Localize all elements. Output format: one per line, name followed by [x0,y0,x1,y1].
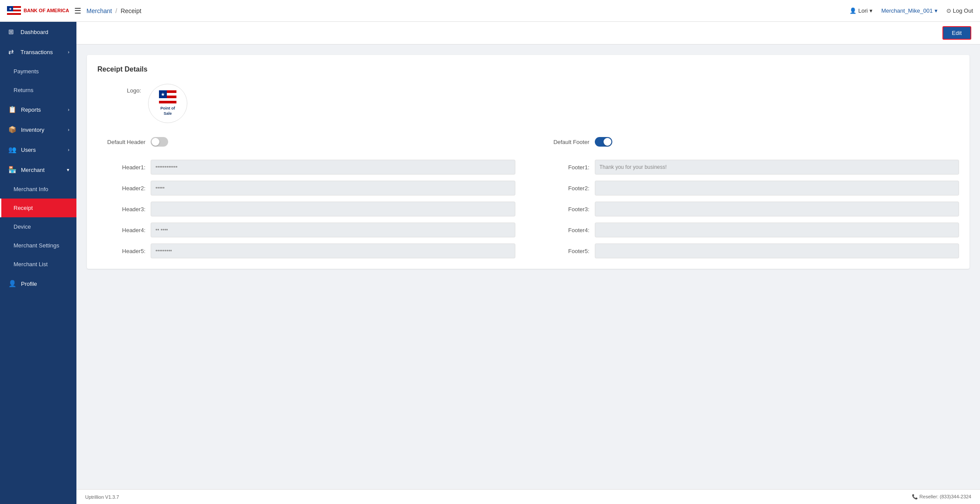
sidebar-label-returns: Returns [14,87,34,93]
merchant-name: Merchant_Mike_001 [881,7,933,14]
user-menu[interactable]: 👤 Lori ▾ [849,7,873,14]
footer1-input[interactable] [595,160,959,175]
footer2-input[interactable] [595,181,959,195]
footer4-label: Footer4: [542,227,590,233]
receipt-card: Receipt Details Logo: ★ [87,55,970,269]
top-bar-left: ★ BANK OF AMERICA ☰ Merchant / Receipt [7,6,141,16]
sidebar-item-transactions[interactable]: ⇄ Transactions › [0,42,76,62]
footer3-row: Footer3: [542,202,959,216]
breadcrumb-parent[interactable]: Merchant [86,7,112,14]
sidebar-item-profile[interactable]: 👤 Profile [0,274,76,294]
sidebar-item-merchant[interactable]: 🏪 Merchant ▾ [0,160,76,180]
header4-label: Header4: [97,227,145,233]
boa-logo: ★ BANK OF AMERICA [7,6,69,16]
logout-icon: ⊙ [946,7,951,14]
footer-bar: Uptrillion V1.3.7 📞 Reseller: (833)344-2… [76,489,980,504]
transactions-arrow-icon: › [68,49,69,55]
sidebar-item-merchant-info[interactable]: Merchant Info [0,180,76,199]
top-bar: ★ BANK OF AMERICA ☰ Merchant / Receipt 👤… [0,0,980,22]
sidebar-item-users[interactable]: 👥 Users › [0,140,76,160]
header4-input[interactable] [151,223,515,237]
user-chevron-icon: ▾ [870,7,873,14]
logout-button[interactable]: ⊙ Log Out [946,7,973,14]
header-toggle-knob [152,138,159,146]
footer1-row: Footer1: [542,160,959,175]
footer2-row: Footer2: [542,181,959,195]
footer2-label: Footer2: [542,185,590,192]
footer1-label: Footer1: [542,164,590,171]
sidebar-label-payments: Payments [14,68,39,75]
header4-row: Header4: [97,223,515,237]
header5-input[interactable] [151,243,515,258]
inventory-arrow-icon: › [68,127,69,132]
main-content: Edit Receipt Details Logo: [76,22,980,504]
reseller-label: Reseller: (833)344-2324 [919,494,971,499]
sidebar-item-inventory[interactable]: 📦 Inventory › [0,120,76,140]
breadcrumb: Merchant / Receipt [86,7,141,14]
sidebar-item-reports[interactable]: 📋 Reports › [0,99,76,120]
app-body: ⊞ Dashboard ⇄ Transactions › Payments Re… [0,22,980,504]
top-bar-right: 👤 Lori ▾ Merchant_Mike_001 ▾ ⊙ Log Out [849,7,973,14]
logo-box: ★ Point of Sale [148,84,187,123]
sidebar-item-merchant-settings[interactable]: Merchant Settings [0,236,76,255]
footer-toggle-knob [604,138,611,146]
logo-row: Logo: ★ Point of S [97,84,959,123]
sidebar-item-dashboard[interactable]: ⊞ Dashboard [0,22,76,42]
sidebar-item-device[interactable]: Device [0,217,76,236]
header1-input[interactable] [151,160,515,175]
edit-button[interactable]: Edit [942,26,971,40]
svg-text:★: ★ [161,92,165,97]
footer5-row: Footer5: [542,243,959,258]
footer5-label: Footer5: [542,248,590,254]
sidebar-label-merchant-settings: Merchant Settings [14,242,59,249]
footer4-input[interactable] [595,223,959,237]
header-toggle[interactable] [151,137,168,147]
sidebar-item-merchant-list[interactable]: Merchant List [0,255,76,274]
svg-text:★: ★ [9,7,12,11]
version-label: Uptrillion V1.3.7 [85,494,119,500]
headers-section: Default Header Header1: Header2: [97,137,515,258]
inventory-icon: 📦 [8,126,17,134]
sidebar-label-reports: Reports [21,106,41,113]
header5-label: Header5: [97,248,145,254]
header2-input[interactable] [151,181,515,195]
user-name: Lori [858,7,868,14]
sidebar-label-receipt: Receipt [14,205,33,211]
svg-rect-3 [7,13,21,15]
transactions-icon: ⇄ [8,48,16,56]
reports-icon: 📋 [8,106,17,113]
breadcrumb-separator: / [115,7,117,14]
reseller-info: 📞 Reseller: (833)344-2324 [912,494,971,500]
sidebar-item-returns[interactable]: Returns [0,81,76,99]
sidebar-item-payments[interactable]: Payments [0,62,76,81]
logo-pos-text: Point of Sale [160,106,175,116]
svg-rect-9 [159,101,176,103]
phone-icon: 📞 [912,494,918,499]
boa-flag-icon: ★ [7,6,21,16]
logout-label: Log Out [953,7,973,14]
sidebar-label-inventory: Inventory [21,127,44,133]
user-icon: 👤 [849,7,856,14]
hamburger-menu[interactable]: ☰ [74,6,81,16]
sidebar-label-device: Device [14,223,31,230]
default-header-label: Default Header [97,139,145,145]
default-footer-row: Default Footer [542,137,959,147]
header3-label: Header3: [97,206,145,213]
header3-row: Header3: [97,202,515,216]
content-area: Receipt Details Logo: ★ [76,45,980,489]
dashboard-icon: ⊞ [8,28,16,36]
sidebar-label-merchant: Merchant [21,167,45,173]
footer-toggle[interactable] [595,137,612,147]
header1-label: Header1: [97,164,145,171]
merchant-selector[interactable]: Merchant_Mike_001 ▾ [881,7,938,14]
footers-section: Default Footer Footer1: Footer2: [542,137,959,258]
sidebar-item-receipt[interactable]: Receipt [0,199,76,217]
footer5-input[interactable] [595,243,959,258]
header1-row: Header1: [97,160,515,175]
footer3-input[interactable] [595,202,959,216]
header3-input[interactable] [151,202,515,216]
sidebar-label-users: Users [21,147,36,153]
receipt-form-grid: Default Header Header1: Header2: [97,137,959,258]
sidebar-label-transactions: Transactions [21,49,53,55]
merchant-arrow-icon: ▾ [67,167,69,173]
